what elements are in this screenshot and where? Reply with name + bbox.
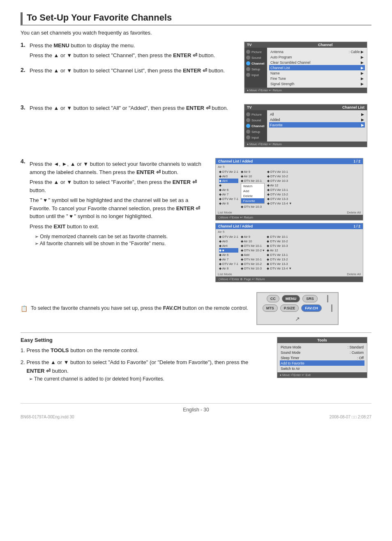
step-4-line3: The " ♥ " symbol will be highlighted and… (30, 196, 207, 221)
step-2: 2. Press the ▲ or ▼ button to select "Ch… (21, 67, 240, 77)
ctx-delete: Delete (241, 193, 264, 198)
cl-sidebar-channel: Channel (246, 123, 265, 129)
tools-sound-mode: Sound Mode: Custom (280, 350, 364, 355)
page-footer: English - 30 BN68-01797A-00Eng.indd 30 2… (21, 403, 371, 419)
step-4-line2: Press the ▲ or ▼ button to select "Favor… (30, 178, 207, 194)
channel-added-ui-2: Channel List / Added 1 / 2 Air 5 ◆ DTV A… (215, 223, 363, 282)
channel-added-header-1: Channel List / Added 1 / 2 (216, 158, 363, 164)
easy-setting-section: Easy Setting 1. Press the TOOLS button o… (21, 337, 371, 387)
menu-clear-scrambled: Clear Scrambled Channel▶ (269, 60, 365, 65)
footer-center-text: English - 30 (183, 407, 209, 413)
col3-ui1: ◆ DTV Air 10-1 ◆ DTV Air 10-2 ◆ DTV Air … (266, 169, 293, 209)
cl-sidebar-sound: Sound (246, 117, 265, 123)
note-icon: 📋 (21, 305, 28, 312)
sidebar-input: Input (246, 72, 265, 78)
step-4: 4. Press the ◄, ►, ▲ or ▼ button to sele… (21, 158, 211, 248)
step-3: 3. Press the ▲ or ▼ button to select "Al… (21, 104, 240, 114)
menu-fine-tune: Fine Tune▶ (269, 76, 365, 81)
footer-right-text: 2008-08-07 □□ 2:08:27 (330, 415, 371, 419)
step-3-line1: Press the ▲ or ▼ button to select "All" … (30, 104, 236, 112)
ctx-watch: Watch (241, 183, 264, 188)
cl-sidebar-setup: Setup (246, 129, 265, 135)
step-1: 1. Press the MENU button to display the … (21, 42, 240, 61)
tv-ui-footer: ♦ Move ⏎Enter ↩ Return (244, 88, 367, 93)
menu-channel-list: Channel List▶ (269, 65, 365, 70)
cl-added: Added▶ (269, 117, 365, 122)
tools-add-favorite: Add to Favorite (280, 360, 364, 366)
step-1-number: 1. (21, 42, 30, 48)
easy-step-2: 2. Press the ▲ or ▼ button to select "Ad… (21, 358, 269, 383)
step-4-line1: Press the ◄, ►, ▲ or ▼ button to select … (30, 160, 207, 176)
intro-text: You can set channels you watch frequentl… (21, 30, 371, 36)
tools-footer: ♦ Move ⏎Enter ↩ Exit (277, 372, 367, 378)
sidebar-sound: Sound (246, 55, 265, 60)
step-4-line4: Press the EXIT button to exit. (30, 223, 207, 231)
tools-picture-mode: Picture Mode: Standard (280, 344, 364, 350)
remote-note-text: To select the favorite channels you have… (31, 305, 248, 311)
tv-ui-header-left: TV (247, 43, 286, 47)
remote-mts-btn: MTS (263, 304, 278, 312)
cl-sidebar-input: Input (246, 135, 265, 140)
remote-psize-btn: P.SIZE (280, 304, 299, 312)
menu-signal-strength: Signal Strength▶ (269, 81, 365, 86)
step-3-number: 3. (21, 104, 30, 111)
step-2-line1: Press the ▲ or ▼ button to select "Chann… (30, 67, 236, 75)
col1-ui1: ◆ DTV Air 2-1 ◆ Air3 ◆ Air4 ◆ ◆ Air 6 ◆ … (218, 169, 240, 209)
easy-setting-title: Easy Setting (21, 337, 269, 343)
channel-list-footer: ♦ Move ⏎Enter ↩ Return (244, 142, 367, 147)
remote-cc-btn: CC (267, 295, 279, 302)
channel-list-header: TV Channel List (244, 104, 367, 110)
ctx-add: Add (241, 188, 264, 193)
channel-list-ui: TV Channel List Picture Sound Channel Se… (244, 104, 367, 147)
step-1-line2: Press the ▲ or ▼ button to select "Chann… (30, 51, 236, 60)
menu-antenna: Antenna: Cable ▶ (269, 49, 365, 54)
remote-section: 📋 To select the favorite channels you ha… (21, 292, 371, 325)
channel-list-header-right: Channel List (342, 105, 364, 109)
channel-added-footer-1: ◇Move ⏎Enter ↩ Return (216, 215, 363, 220)
step-1-line1: Press the MENU button to display the men… (30, 42, 236, 50)
col2-ui1: ◆ Air 9 ◆ Air 10 ◆ DTV Air 10-1 Watch Ad… (240, 169, 266, 209)
channel-added-ui-1: Channel List / Added 1 / 2 Air 5 ◆ DTV A… (215, 158, 363, 221)
tv-channel-ui: TV Channel Picture Sound Channel Setup (244, 42, 367, 93)
ctx-favorite: Favorite (241, 198, 264, 203)
col3-ui2: ◆ DTV Air 10-1 ◆ DTV Air 10-2 ◆ DTV Air … (265, 235, 293, 271)
col1-ui2: ◆ DTV Air 2-1 ◆ Air3 ◆ Air4 ◆ ■ ◆ Air 6 … (218, 235, 240, 271)
cl-sidebar-picture: Picture (246, 111, 265, 117)
step-4-number: 4. (21, 158, 30, 165)
menu-name: Name▶ (269, 70, 365, 76)
step-4-note2: ➢ All favorite channels will be shown in… (35, 241, 207, 246)
tools-switch-air: Switch to Air (280, 366, 364, 371)
page-title: To Set-Up Your Favorite Channels (21, 12, 371, 26)
sidebar-picture: Picture (246, 49, 265, 55)
easy-step-2-note: ➢ The current channel is added to (or de… (29, 375, 269, 383)
tools-ui: Tools Picture Mode: Standard Sound Mode:… (277, 337, 367, 378)
cl-favorite: Favorite▶ (269, 122, 365, 128)
footer-left-text: BN68-01797A-00Eng.indd 30 (21, 415, 74, 419)
step-4-note1: ➢ Only memorized channels can be set as … (35, 234, 207, 239)
tv-ui-header-right: Channel (286, 43, 364, 47)
channel-added-footer-2: ◇Move ⏎Enter ⊕ Page ↩ Return (216, 276, 363, 282)
sidebar-channel: Channel (246, 60, 265, 66)
channel-list-header-left: TV (247, 105, 252, 109)
cl-all: All▶ (269, 111, 365, 117)
easy-step-1: 1. Press the TOOLS button on the remote … (21, 346, 269, 355)
tools-header: Tools (277, 337, 367, 343)
step-2-number: 2. (21, 67, 30, 73)
remote-menu-btn: MENU (282, 295, 300, 302)
sidebar-setup: Setup (246, 66, 265, 72)
channel-added-header-2: Channel List / Added 1 / 2 (216, 223, 363, 229)
tools-sleep-timer: Sleep Timer: Off (280, 355, 364, 360)
remote-image: CC MENU SRS MTS P.SIZE FAV.CH ↗ (256, 292, 339, 325)
col2-ui2: ◆ Air 9 ◆ Air 10 ◆ DTV Air 10-1 ◆ DTV Ai… (240, 235, 266, 271)
menu-auto-program: Auto Program▶ (269, 54, 365, 60)
remote-srs-btn: SRS (302, 295, 318, 302)
remote-favch-btn: FAV.CH (301, 304, 322, 312)
